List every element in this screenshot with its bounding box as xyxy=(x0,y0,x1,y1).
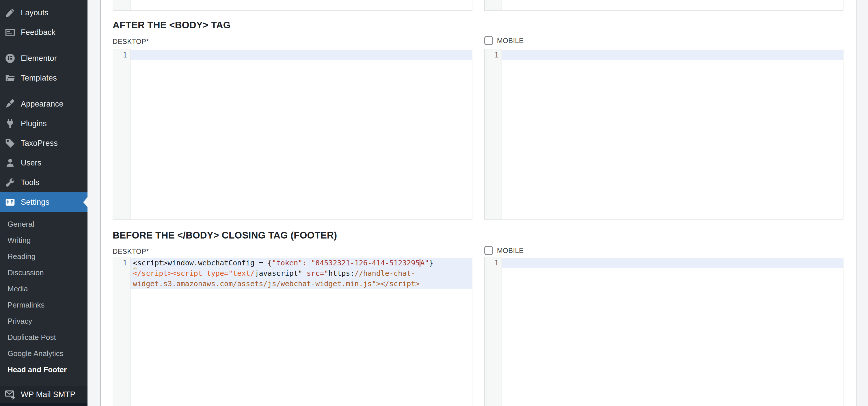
line-number: 1 xyxy=(113,258,130,268)
footer-desktop-editor[interactable]: 1 <script>window.webchatConfig = {"token… xyxy=(113,257,472,406)
tag-icon xyxy=(5,138,16,149)
current-menu-arrow xyxy=(83,197,88,207)
sidebar-item-label: Appearance xyxy=(21,100,64,108)
sidebar-item-label: WP Mail SMTP xyxy=(21,390,75,399)
after-body-desktop-code-area[interactable] xyxy=(130,50,472,219)
code-token: "token": xyxy=(272,259,307,267)
footer-mobile-label-row: MOBILE xyxy=(484,246,524,255)
line-numbers-gutter: 1 xyxy=(485,257,502,406)
content-left-divider xyxy=(100,0,101,406)
code-token: //handle-chat- xyxy=(354,269,415,278)
line-number: 1 xyxy=(485,50,502,60)
code-token: } xyxy=(429,259,433,267)
content-left-margin xyxy=(88,0,100,406)
previous-section-mobile-editor-partial[interactable] xyxy=(484,0,843,11)
brush-icon xyxy=(5,98,16,110)
pencil-icon xyxy=(5,7,16,18)
sidebar-item-feedback[interactable]: Feedback xyxy=(0,23,88,42)
line-number: 1 xyxy=(485,258,502,268)
code-area[interactable] xyxy=(502,0,843,10)
line-numbers-gutter: 1 xyxy=(113,257,130,406)
users-icon xyxy=(5,157,16,168)
code-token: src=" xyxy=(307,269,328,278)
submenu-item-google-analytics[interactable]: Google Analytics xyxy=(0,345,88,362)
code-line: </script><script type="text/javascript" … xyxy=(130,268,472,279)
code-token xyxy=(307,259,311,267)
submenu-item-permalinks[interactable]: Permalinks xyxy=(0,297,88,313)
wp-admin-head-and-footer-settings-page: { "colors": { "sidebar_bg": "#252b31", "… xyxy=(0,0,868,406)
code-token: script>window.webchatConfig = { xyxy=(137,259,272,267)
submenu-item-writing[interactable]: Writing xyxy=(0,232,88,248)
footer-mobile-editor[interactable]: 1 xyxy=(484,257,843,406)
sidebar-item-layouts[interactable]: Layouts xyxy=(0,3,88,23)
mail-icon xyxy=(5,389,16,400)
after-body-desktop-editor[interactable]: 1 xyxy=(113,49,472,220)
plug-icon xyxy=(5,118,16,129)
footer-mobile-code-area[interactable] xyxy=(502,257,843,406)
sidebar-item-elementor[interactable]: Elementor xyxy=(0,49,88,68)
active-line-highlight xyxy=(502,258,843,268)
submenu-item-duplicate-post[interactable]: Duplicate Post xyxy=(0,329,88,345)
active-line-highlight xyxy=(130,50,472,60)
sidebar-item-label: Tools xyxy=(21,178,39,187)
submenu-item-reading[interactable]: Reading xyxy=(0,248,88,264)
line-numbers-gutter: 1 xyxy=(485,50,502,219)
submenu-item-head-and-footer[interactable]: Head and Footer xyxy=(0,362,88,378)
submenu-item-privacy[interactable]: Privacy xyxy=(0,313,88,329)
code-area[interactable] xyxy=(130,0,472,10)
footer-desktop-code-area[interactable]: <script>window.webchatConfig = {"token":… xyxy=(130,257,472,406)
feedback-icon xyxy=(5,27,16,38)
after-body-mobile-editor[interactable]: 1 xyxy=(484,49,843,220)
line-number: 1 xyxy=(113,50,130,60)
sidebar-item-label: Plugins xyxy=(21,119,47,128)
sidebar-item-plugins[interactable]: Plugins xyxy=(0,114,88,133)
code-token: https: xyxy=(328,269,354,278)
sidebar-item-wp-mail-smtp[interactable]: WP Mail SMTP xyxy=(0,386,88,403)
section-title-before-body-closing-tag: BEFORE THE </BODY> CLOSING TAG (FOOTER) xyxy=(113,230,337,241)
sidebar-item-label: Users xyxy=(21,159,41,167)
code-token: "04532321-126-414-5123295 xyxy=(311,259,420,267)
sidebar-item-taxopress[interactable]: TaxoPress xyxy=(0,133,88,153)
sidebar-item-settings[interactable]: Settings xyxy=(0,192,88,212)
sidebar-item-label: Settings xyxy=(21,198,50,207)
code-token: </script><script type="text/ xyxy=(133,269,254,278)
after-body-mobile-checkbox[interactable] xyxy=(484,36,493,45)
code-token: widget.s3.amazonaws.com/assets/js/webcha… xyxy=(133,280,420,288)
submenu-item-discussion[interactable]: Discussion xyxy=(0,264,88,281)
code-token: A" xyxy=(420,259,429,267)
elementor-icon xyxy=(5,53,16,64)
sidebar-item-users[interactable]: Users xyxy=(0,153,88,173)
line-numbers-gutter xyxy=(113,0,130,10)
sidebar-item-label: TaxoPress xyxy=(21,139,58,148)
after-body-desktop-label: DESKTOP* xyxy=(113,37,149,45)
footer-mobile-label: MOBILE xyxy=(497,247,524,255)
sidebar-bottom-strip xyxy=(0,403,88,406)
admin-sidebar-menu: LayoutsFeedbackElementorTemplatesAppeara… xyxy=(0,0,88,406)
code-token: javascript" xyxy=(254,269,307,278)
content-right-margin xyxy=(857,0,868,406)
footer-mobile-checkbox[interactable] xyxy=(484,246,493,255)
after-body-mobile-label-row: MOBILE xyxy=(484,36,524,45)
sidebar-item-appearance[interactable]: Appearance xyxy=(0,94,88,114)
active-line-highlight: <script>window.webchatConfig = {"token":… xyxy=(130,258,472,289)
line-numbers-gutter xyxy=(485,0,502,10)
sidebar-item-label: Templates xyxy=(21,74,57,83)
code-line: widget.s3.amazonaws.com/assets/js/webcha… xyxy=(130,279,472,289)
line-numbers-gutter: 1 xyxy=(113,50,130,219)
after-body-mobile-label: MOBILE xyxy=(497,37,524,45)
sidebar-item-templates[interactable]: Templates xyxy=(0,68,88,88)
after-body-mobile-code-area[interactable] xyxy=(502,50,843,219)
sidebar-item-label: Elementor xyxy=(21,54,57,63)
folder-icon xyxy=(5,72,16,84)
previous-section-desktop-editor-partial[interactable] xyxy=(113,0,472,11)
settings-icon xyxy=(5,197,16,208)
sidebar-item-label: Layouts xyxy=(21,8,49,17)
active-line-highlight xyxy=(502,50,843,60)
code-token: < xyxy=(133,259,137,267)
section-title-after-body-tag: AFTER THE <BODY> TAG xyxy=(113,20,231,31)
code-line: <script>window.webchatConfig = {"token":… xyxy=(130,258,472,268)
submenu-item-media[interactable]: Media xyxy=(0,281,88,297)
sidebar-item-label: Feedback xyxy=(21,28,56,37)
submenu-item-general[interactable]: General xyxy=(0,216,88,232)
sidebar-item-tools[interactable]: Tools xyxy=(0,173,88,192)
